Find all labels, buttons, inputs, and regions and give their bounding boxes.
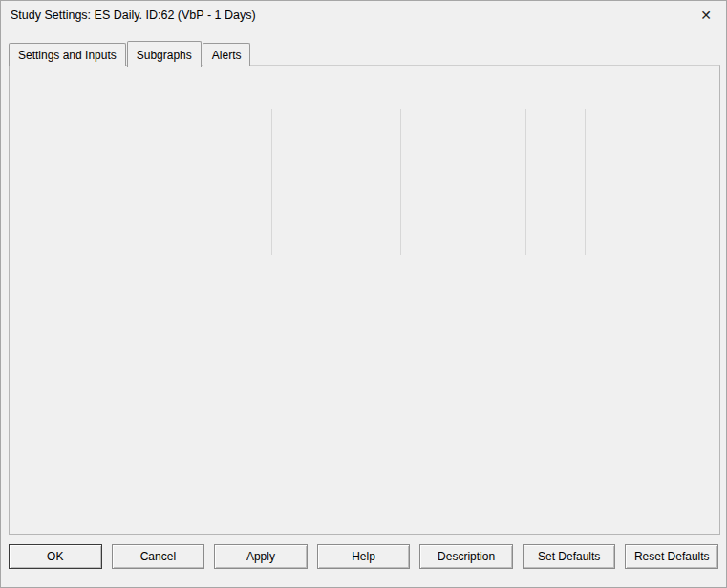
- tab-settings-and-inputs[interactable]: Settings and Inputs: [9, 43, 126, 66]
- help-button[interactable]: Help: [317, 544, 411, 569]
- study-settings-dialog: Study Settings: ES Daily. ID:62 (VbP - 1…: [0, 0, 727, 588]
- set-defaults-button[interactable]: Set Defaults: [523, 544, 616, 569]
- dialog-title: Study Settings: ES Daily. ID:62 (VbP - 1…: [11, 9, 256, 22]
- reset-defaults-button[interactable]: Reset Defaults: [625, 544, 718, 569]
- column-divider: [271, 109, 272, 255]
- description-button[interactable]: Description: [419, 544, 513, 569]
- column-divider: [585, 109, 586, 255]
- column-divider: [525, 109, 526, 255]
- close-icon[interactable]: ✕: [695, 6, 716, 25]
- column-divider: [400, 109, 401, 255]
- title-bar: Study Settings: ES Daily. ID:62 (VbP - 1…: [1, 1, 726, 30]
- ok-button[interactable]: OK: [9, 544, 102, 569]
- cancel-button[interactable]: Cancel: [112, 544, 205, 569]
- dialog-button-row: OK Cancel Apply Help Description Set Def…: [9, 544, 718, 569]
- tab-alerts[interactable]: Alerts: [203, 43, 251, 66]
- apply-button[interactable]: Apply: [214, 544, 308, 569]
- subgraphs-tab-page: [9, 65, 720, 535]
- tab-strip: Settings and Inputs Subgraphs Alerts: [9, 40, 251, 66]
- tab-subgraphs[interactable]: Subgraphs: [127, 41, 202, 67]
